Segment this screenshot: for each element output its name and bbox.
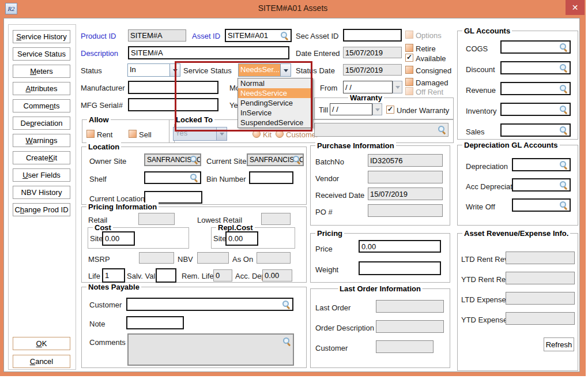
discount-field[interactable] — [500, 61, 571, 74]
repl-cost-site-field[interactable]: 0.00 — [225, 231, 258, 246]
available-checkbox[interactable] — [405, 54, 413, 62]
status-dropdown[interactable]: In — [127, 63, 180, 77]
current-site-field: SANFRANCISCO — [247, 153, 304, 166]
dropdown-option-pendingservice[interactable]: PendingService — [238, 98, 312, 108]
service-status-dropdown-arrow-icon[interactable] — [280, 64, 291, 76]
last-order-field — [376, 300, 444, 313]
inventory-search-icon[interactable] — [559, 105, 568, 114]
ltd-rent-rev-field — [506, 252, 575, 264]
locked-to-search-icon[interactable] — [438, 125, 447, 134]
sales-field[interactable] — [500, 123, 571, 137]
ok-button[interactable]: OK — [13, 337, 70, 350]
asset-id-field[interactable]: SITEM#A01 — [225, 29, 292, 42]
batch-no-label: BatchNo — [315, 157, 344, 166]
cogs-field[interactable] — [500, 40, 571, 54]
under-warranty-checkbox[interactable] — [386, 106, 394, 114]
ltd-expense-field — [506, 292, 575, 305]
po-number-field — [368, 204, 443, 217]
service-status-dropdown[interactable]: NeedsSer... — [238, 63, 291, 77]
shelf-field[interactable] — [144, 171, 201, 184]
cancel-button[interactable]: Cancel — [13, 355, 70, 368]
cost-group-title: Cost — [93, 223, 113, 232]
acc-depreciation-search-icon[interactable] — [559, 181, 568, 190]
bin-number-field[interactable] — [249, 171, 293, 184]
weight-field[interactable] — [359, 261, 441, 275]
revenue-search-icon[interactable] — [559, 84, 568, 93]
rent-checkbox[interactable] — [86, 130, 95, 138]
kit-label: Kit — [263, 130, 272, 139]
rent-label: Rent — [97, 130, 112, 139]
customer-radio[interactable] — [276, 130, 284, 138]
meters-button[interactable]: Meters — [13, 65, 70, 78]
warnings-button[interactable]: Warnings — [13, 134, 70, 147]
status-label: Status — [81, 66, 102, 75]
revenue-field[interactable] — [500, 82, 571, 95]
owner-site-label: Owner Site — [89, 157, 126, 166]
inventory-field[interactable] — [500, 103, 571, 116]
user-fields-button[interactable]: User Fields — [13, 168, 70, 182]
life-field[interactable]: 1 — [102, 268, 125, 283]
dropdown-option-normal[interactable]: Normal — [238, 78, 312, 88]
note-field[interactable] — [126, 316, 184, 329]
ytd-expense-field — [506, 312, 575, 325]
price-field[interactable]: 0.00 — [359, 240, 441, 253]
purchase-information-group-title: Purchase Information — [315, 141, 396, 150]
refresh-button[interactable]: Refresh — [544, 337, 574, 351]
attributes-button[interactable]: Attributes — [13, 82, 70, 95]
retire-checkbox[interactable] — [405, 44, 413, 52]
consigned-label: Consigned — [416, 66, 451, 75]
damaged-checkbox[interactable] — [405, 78, 413, 86]
kit-radio[interactable] — [252, 130, 261, 138]
order-description-label: Order Description — [315, 324, 374, 332]
nbv-history-button[interactable]: NBV History — [13, 186, 70, 199]
acc-depreciation-field[interactable] — [512, 178, 571, 192]
service-status-button[interactable]: Service Status — [13, 47, 70, 61]
sell-checkbox[interactable] — [129, 130, 137, 138]
manufacturer-field[interactable] — [128, 81, 218, 94]
pricing-group-title: Pricing — [315, 229, 344, 238]
asset-id-search-icon[interactable] — [280, 31, 289, 40]
notes-customer-search-icon[interactable] — [282, 300, 291, 309]
consigned-checkbox[interactable] — [405, 66, 413, 74]
write-off-field[interactable] — [512, 198, 571, 212]
retail-field — [138, 213, 175, 225]
comments-button[interactable]: Comments — [13, 99, 70, 112]
dropdown-option-suspendedservice[interactable]: SuspendedService — [238, 118, 312, 127]
from-date-field[interactable]: / / — [343, 81, 393, 93]
cogs-search-icon[interactable] — [559, 43, 568, 52]
mfg-serial-field[interactable] — [128, 98, 218, 111]
salv-val-field[interactable] — [156, 268, 176, 283]
shelf-search-icon[interactable] — [190, 173, 199, 182]
service-status-dropdown-list: Normal NeedsService PendingService InSer… — [238, 78, 313, 128]
last-order-group-title: Last Order Information — [338, 284, 423, 293]
change-prod-id-button[interactable]: Change Prod ID — [13, 203, 70, 216]
title-bar: R2 SITEM#A01 Assets ✕ — [0, 0, 586, 16]
depreciation-field[interactable] — [512, 158, 571, 171]
create-kit-button[interactable]: Create Kit — [13, 151, 70, 164]
status-dropdown-arrow-icon[interactable] — [169, 64, 180, 76]
dropdown-option-needsservice[interactable]: NeedsService — [238, 88, 312, 98]
comments-search-icon[interactable] — [282, 337, 292, 346]
notes-customer-field[interactable] — [126, 298, 293, 311]
owner-site-search-icon[interactable] — [190, 155, 199, 164]
close-button[interactable]: ✕ — [566, 0, 585, 15]
salv-val-label: Salv. Val — [127, 272, 155, 280]
depreciation-button[interactable]: Depreciation — [13, 117, 70, 130]
current-location-field[interactable] — [144, 191, 202, 204]
description-field[interactable]: SITEM#A — [128, 46, 289, 59]
discount-search-icon[interactable] — [559, 63, 568, 73]
depreciation-search-icon[interactable] — [559, 160, 568, 170]
write-off-search-icon[interactable] — [559, 201, 568, 210]
current-site-search-icon[interactable] — [292, 155, 301, 164]
sales-search-icon[interactable] — [559, 126, 568, 135]
cost-site-field[interactable]: 0.00 — [102, 231, 135, 246]
service-history-button[interactable]: Service History — [13, 30, 70, 43]
sec-asset-id-field[interactable] — [343, 29, 402, 42]
available-label: Available — [416, 54, 446, 63]
till-date-field[interactable]: / / — [330, 103, 372, 115]
options-label: Options — [416, 31, 442, 40]
from-dropdown-arrow-icon — [393, 81, 402, 93]
warranty-group-title: Warranty — [348, 93, 384, 102]
revenue-label: Revenue — [466, 86, 496, 95]
dropdown-option-inservice[interactable]: InService — [238, 108, 312, 118]
